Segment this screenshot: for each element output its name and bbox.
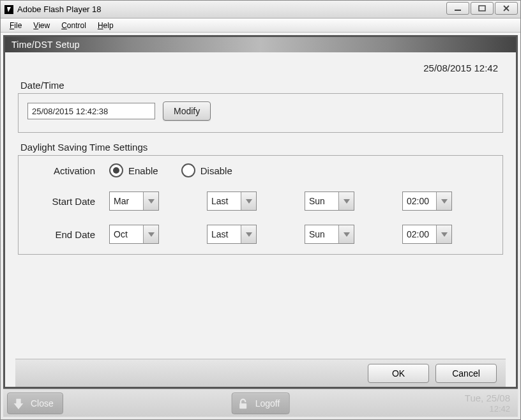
end-time-select[interactable]: 02:00 (402, 225, 452, 244)
end-day-select[interactable]: Sun (305, 225, 354, 244)
start-day-value: Sun (305, 192, 338, 210)
page-body: 25/08/2015 12:42 Date/Time Modify Daylig… (5, 52, 516, 387)
chevron-down-icon (143, 192, 158, 210)
svg-rect-1 (455, 10, 461, 11)
chevron-down-icon (241, 192, 256, 210)
radio-enable[interactable]: Enable (109, 163, 158, 177)
activation-label: Activation (30, 165, 100, 176)
svg-marker-6 (246, 199, 252, 204)
page-clock: 25/08/2015 12:42 (15, 59, 506, 80)
menu-file[interactable]: File (4, 20, 27, 31)
client-area: Time/DST Setup 25/08/2015 12:42 Date/Tim… (1, 33, 520, 419)
svg-marker-9 (148, 232, 155, 237)
page-frame: Time/DST Setup 25/08/2015 12:42 Date/Tim… (3, 35, 518, 389)
svg-marker-11 (344, 232, 350, 237)
page-title: Time/DST Setup (5, 37, 516, 52)
start-week-select[interactable]: Last (207, 191, 257, 211)
svg-marker-13 (14, 398, 24, 409)
svg-marker-7 (344, 199, 350, 204)
radio-disable-icon (181, 163, 195, 177)
chevron-down-icon (143, 225, 158, 243)
close-window-button[interactable] (495, 2, 518, 15)
end-date-label: End Date (30, 229, 100, 240)
logoff-chip-label: Logoff (255, 398, 280, 409)
datetime-input[interactable] (27, 103, 155, 119)
svg-marker-5 (148, 199, 155, 204)
status-clock-time: 12:42 (465, 403, 510, 414)
titlebar: Adobe Flash Player 18 (1, 1, 520, 19)
menu-control[interactable]: Control (56, 20, 91, 31)
arrow-down-icon (11, 396, 26, 410)
end-month-select[interactable]: Oct (109, 225, 159, 244)
start-time-select[interactable]: 02:00 (402, 191, 452, 211)
minimize-button[interactable] (446, 2, 469, 15)
page-title-text: Time/DST Setup (11, 40, 80, 50)
cancel-button[interactable]: Cancel (435, 364, 497, 383)
ok-button[interactable]: OK (368, 364, 429, 383)
chevron-down-icon (436, 192, 451, 210)
status-clock-date: Tue, 25/08 (465, 393, 510, 403)
end-week-select[interactable]: Last (207, 225, 257, 244)
start-day-select[interactable]: Sun (305, 191, 354, 211)
start-week-value: Last (208, 192, 241, 210)
end-month-value: Oct (110, 225, 143, 243)
chevron-down-icon (338, 225, 354, 243)
dialog-button-bar: OK Cancel (15, 359, 506, 387)
close-chip[interactable]: Close (7, 393, 63, 414)
svg-marker-0 (7, 7, 11, 12)
start-time-value: 02:00 (403, 192, 436, 210)
radio-enable-icon (109, 163, 123, 177)
svg-marker-12 (441, 232, 448, 237)
svg-rect-14 (239, 403, 246, 409)
start-month-value: Mar (110, 192, 143, 210)
radio-disable-label: Disable (200, 165, 232, 176)
datetime-section: Date/Time Modify (15, 80, 506, 142)
app-window: Adobe Flash Player 18 File View Control … (0, 0, 521, 420)
radio-disable[interactable]: Disable (181, 163, 232, 177)
chevron-down-icon (436, 225, 451, 243)
chevron-down-icon (338, 192, 354, 210)
end-week-value: Last (208, 225, 241, 243)
chevron-down-icon (241, 225, 256, 243)
end-time-value: 02:00 (403, 225, 436, 243)
menu-view[interactable]: View (28, 20, 55, 31)
status-clock: Tue, 25/08 12:42 (465, 393, 514, 414)
close-chip-label: Close (31, 398, 54, 409)
window-controls (446, 2, 518, 15)
svg-marker-8 (441, 199, 448, 204)
dst-legend: Daylight Saving Time Settings (20, 142, 506, 153)
end-day-value: Sun (305, 225, 338, 243)
logoff-chip[interactable]: Logoff (232, 393, 290, 414)
svg-marker-10 (246, 232, 252, 237)
modify-button[interactable]: Modify (163, 101, 211, 121)
menu-bar: File View Control Help (1, 19, 520, 33)
menu-help[interactable]: Help (93, 20, 119, 31)
dst-section: Daylight Saving Time Settings Activation… (15, 142, 506, 264)
svg-rect-2 (479, 6, 485, 11)
activation-radio-group: Enable Disable (109, 163, 491, 177)
start-month-select[interactable]: Mar (109, 191, 159, 211)
start-date-label: Start Date (30, 196, 100, 207)
app-icon (4, 5, 13, 14)
maximize-button[interactable] (471, 2, 494, 15)
status-bar: Close Logoff Tue, 25/08 12:42 (3, 389, 518, 417)
radio-enable-label: Enable (128, 165, 158, 176)
datetime-legend: Date/Time (20, 80, 506, 91)
lock-open-icon (236, 396, 250, 410)
window-title: Adobe Flash Player 18 (17, 4, 102, 14)
